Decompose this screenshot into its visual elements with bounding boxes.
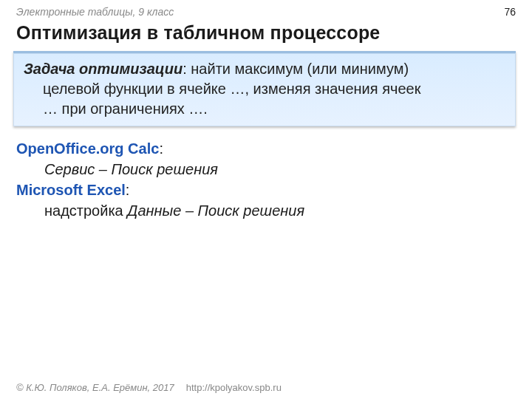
slide: Электронные таблицы, 9 класс 76 Оптимиза…: [0, 0, 532, 399]
definition-callout: Задача оптимизации: найти максимум (или …: [13, 51, 516, 126]
content-block: OpenOffice.org Calc: Сервис – Поиск реше…: [0, 134, 532, 221]
excel-path: Данные – Поиск решения: [127, 202, 304, 219]
footer-copyright: © К.Ю. Поляков, Е.А. Ерёмин, 2017: [16, 382, 174, 393]
excel-addon-word: надстройка: [44, 202, 127, 219]
excel-path-line: надстройка Данные – Поиск решения: [16, 200, 516, 221]
openoffice-name: OpenOffice.org Calc: [16, 140, 159, 157]
callout-line1-rest: найти максимум (или минимум): [191, 61, 409, 77]
footer-url: http://kpolyakov.spb.ru: [186, 382, 282, 393]
excel-line: Microsoft Excel:: [16, 180, 516, 200]
callout-line3: … при ограничениях ….: [24, 99, 505, 119]
excel-colon: :: [126, 182, 130, 198]
callout-lead: Задача оптимизации: [24, 61, 183, 77]
callout-line2: целевой функции в ячейке …, изменяя знач…: [24, 79, 505, 99]
page-title: Оптимизация в табличном процессоре: [0, 18, 532, 48]
callout-colon: :: [183, 61, 191, 77]
openoffice-path: Сервис – Поиск решения: [16, 159, 516, 180]
page-number: 76: [504, 6, 516, 18]
course-label: Электронные таблицы, 9 класс: [0, 6, 532, 18]
openoffice-line: OpenOffice.org Calc:: [16, 138, 516, 159]
excel-name: Microsoft Excel: [16, 182, 126, 198]
footer: © К.Ю. Поляков, Е.А. Ерёмин, 2017 http:/…: [0, 382, 532, 393]
openoffice-colon: :: [159, 140, 163, 157]
